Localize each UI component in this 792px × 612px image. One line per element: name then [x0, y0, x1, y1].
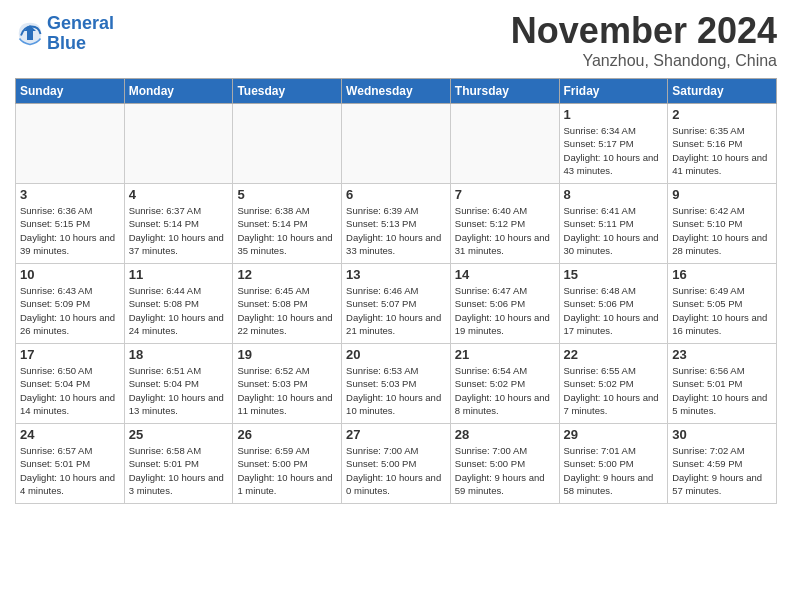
calendar-cell: 5Sunrise: 6:38 AM Sunset: 5:14 PM Daylig…: [233, 184, 342, 264]
day-info: Sunrise: 6:45 AM Sunset: 5:08 PM Dayligh…: [237, 284, 337, 337]
day-number: 14: [455, 267, 555, 282]
calendar-cell: [16, 104, 125, 184]
calendar-body: 1Sunrise: 6:34 AM Sunset: 5:17 PM Daylig…: [16, 104, 777, 504]
day-number: 29: [564, 427, 664, 442]
calendar-week-2: 10Sunrise: 6:43 AM Sunset: 5:09 PM Dayli…: [16, 264, 777, 344]
day-number: 7: [455, 187, 555, 202]
day-info: Sunrise: 6:35 AM Sunset: 5:16 PM Dayligh…: [672, 124, 772, 177]
day-number: 23: [672, 347, 772, 362]
day-number: 13: [346, 267, 446, 282]
calendar-cell: 3Sunrise: 6:36 AM Sunset: 5:15 PM Daylig…: [16, 184, 125, 264]
day-info: Sunrise: 6:50 AM Sunset: 5:04 PM Dayligh…: [20, 364, 120, 417]
day-info: Sunrise: 6:37 AM Sunset: 5:14 PM Dayligh…: [129, 204, 229, 257]
logo-text: General Blue: [47, 14, 114, 54]
day-info: Sunrise: 6:51 AM Sunset: 5:04 PM Dayligh…: [129, 364, 229, 417]
calendar-cell: 10Sunrise: 6:43 AM Sunset: 5:09 PM Dayli…: [16, 264, 125, 344]
calendar-cell: 22Sunrise: 6:55 AM Sunset: 5:02 PM Dayli…: [559, 344, 668, 424]
calendar-cell: 15Sunrise: 6:48 AM Sunset: 5:06 PM Dayli…: [559, 264, 668, 344]
calendar-cell: 8Sunrise: 6:41 AM Sunset: 5:11 PM Daylig…: [559, 184, 668, 264]
weekday-header-sunday: Sunday: [16, 79, 125, 104]
day-number: 24: [20, 427, 120, 442]
weekday-header-monday: Monday: [124, 79, 233, 104]
title-block: November 2024 Yanzhou, Shandong, China: [511, 10, 777, 70]
day-number: 21: [455, 347, 555, 362]
day-info: Sunrise: 7:00 AM Sunset: 5:00 PM Dayligh…: [455, 444, 555, 497]
day-info: Sunrise: 6:53 AM Sunset: 5:03 PM Dayligh…: [346, 364, 446, 417]
calendar-cell: 1Sunrise: 6:34 AM Sunset: 5:17 PM Daylig…: [559, 104, 668, 184]
calendar-cell: 29Sunrise: 7:01 AM Sunset: 5:00 PM Dayli…: [559, 424, 668, 504]
day-number: 11: [129, 267, 229, 282]
day-number: 2: [672, 107, 772, 122]
header: General Blue November 2024 Yanzhou, Shan…: [15, 10, 777, 70]
calendar-cell: 17Sunrise: 6:50 AM Sunset: 5:04 PM Dayli…: [16, 344, 125, 424]
day-number: 15: [564, 267, 664, 282]
calendar-cell: 11Sunrise: 6:44 AM Sunset: 5:08 PM Dayli…: [124, 264, 233, 344]
calendar-cell: 16Sunrise: 6:49 AM Sunset: 5:05 PM Dayli…: [668, 264, 777, 344]
calendar-cell: 19Sunrise: 6:52 AM Sunset: 5:03 PM Dayli…: [233, 344, 342, 424]
day-info: Sunrise: 6:56 AM Sunset: 5:01 PM Dayligh…: [672, 364, 772, 417]
day-number: 30: [672, 427, 772, 442]
day-number: 26: [237, 427, 337, 442]
calendar-week-0: 1Sunrise: 6:34 AM Sunset: 5:17 PM Daylig…: [16, 104, 777, 184]
day-info: Sunrise: 6:38 AM Sunset: 5:14 PM Dayligh…: [237, 204, 337, 257]
location-title: Yanzhou, Shandong, China: [511, 52, 777, 70]
calendar-cell: 7Sunrise: 6:40 AM Sunset: 5:12 PM Daylig…: [450, 184, 559, 264]
calendar-cell: 12Sunrise: 6:45 AM Sunset: 5:08 PM Dayli…: [233, 264, 342, 344]
day-info: Sunrise: 6:52 AM Sunset: 5:03 PM Dayligh…: [237, 364, 337, 417]
day-number: 28: [455, 427, 555, 442]
weekday-header-friday: Friday: [559, 79, 668, 104]
calendar-cell: 27Sunrise: 7:00 AM Sunset: 5:00 PM Dayli…: [342, 424, 451, 504]
calendar-cell: 21Sunrise: 6:54 AM Sunset: 5:02 PM Dayli…: [450, 344, 559, 424]
calendar-cell: 30Sunrise: 7:02 AM Sunset: 4:59 PM Dayli…: [668, 424, 777, 504]
calendar-cell: 6Sunrise: 6:39 AM Sunset: 5:13 PM Daylig…: [342, 184, 451, 264]
logo-icon: [15, 19, 45, 49]
calendar-week-4: 24Sunrise: 6:57 AM Sunset: 5:01 PM Dayli…: [16, 424, 777, 504]
day-info: Sunrise: 6:43 AM Sunset: 5:09 PM Dayligh…: [20, 284, 120, 337]
calendar-header: SundayMondayTuesdayWednesdayThursdayFrid…: [16, 79, 777, 104]
day-info: Sunrise: 6:36 AM Sunset: 5:15 PM Dayligh…: [20, 204, 120, 257]
day-info: Sunrise: 6:49 AM Sunset: 5:05 PM Dayligh…: [672, 284, 772, 337]
calendar-cell: 18Sunrise: 6:51 AM Sunset: 5:04 PM Dayli…: [124, 344, 233, 424]
weekday-header-tuesday: Tuesday: [233, 79, 342, 104]
day-info: Sunrise: 6:55 AM Sunset: 5:02 PM Dayligh…: [564, 364, 664, 417]
day-number: 22: [564, 347, 664, 362]
day-info: Sunrise: 6:44 AM Sunset: 5:08 PM Dayligh…: [129, 284, 229, 337]
day-info: Sunrise: 7:02 AM Sunset: 4:59 PM Dayligh…: [672, 444, 772, 497]
calendar-cell: 24Sunrise: 6:57 AM Sunset: 5:01 PM Dayli…: [16, 424, 125, 504]
day-number: 10: [20, 267, 120, 282]
calendar-cell: 4Sunrise: 6:37 AM Sunset: 5:14 PM Daylig…: [124, 184, 233, 264]
day-info: Sunrise: 6:41 AM Sunset: 5:11 PM Dayligh…: [564, 204, 664, 257]
calendar-cell: [233, 104, 342, 184]
calendar-cell: 13Sunrise: 6:46 AM Sunset: 5:07 PM Dayli…: [342, 264, 451, 344]
day-number: 4: [129, 187, 229, 202]
day-number: 5: [237, 187, 337, 202]
calendar-cell: [342, 104, 451, 184]
calendar-cell: 20Sunrise: 6:53 AM Sunset: 5:03 PM Dayli…: [342, 344, 451, 424]
calendar-cell: [450, 104, 559, 184]
calendar-week-3: 17Sunrise: 6:50 AM Sunset: 5:04 PM Dayli…: [16, 344, 777, 424]
logo: General Blue: [15, 14, 114, 54]
weekday-header-row: SundayMondayTuesdayWednesdayThursdayFrid…: [16, 79, 777, 104]
day-number: 17: [20, 347, 120, 362]
day-info: Sunrise: 6:59 AM Sunset: 5:00 PM Dayligh…: [237, 444, 337, 497]
day-info: Sunrise: 6:46 AM Sunset: 5:07 PM Dayligh…: [346, 284, 446, 337]
day-info: Sunrise: 6:54 AM Sunset: 5:02 PM Dayligh…: [455, 364, 555, 417]
weekday-header-wednesday: Wednesday: [342, 79, 451, 104]
day-number: 8: [564, 187, 664, 202]
calendar-cell: 26Sunrise: 6:59 AM Sunset: 5:00 PM Dayli…: [233, 424, 342, 504]
calendar-cell: 9Sunrise: 6:42 AM Sunset: 5:10 PM Daylig…: [668, 184, 777, 264]
calendar-cell: 23Sunrise: 6:56 AM Sunset: 5:01 PM Dayli…: [668, 344, 777, 424]
calendar-table: SundayMondayTuesdayWednesdayThursdayFrid…: [15, 78, 777, 504]
day-number: 16: [672, 267, 772, 282]
day-number: 9: [672, 187, 772, 202]
day-number: 6: [346, 187, 446, 202]
day-info: Sunrise: 6:48 AM Sunset: 5:06 PM Dayligh…: [564, 284, 664, 337]
logo-line2: Blue: [47, 33, 86, 53]
calendar-cell: 25Sunrise: 6:58 AM Sunset: 5:01 PM Dayli…: [124, 424, 233, 504]
calendar-cell: 14Sunrise: 6:47 AM Sunset: 5:06 PM Dayli…: [450, 264, 559, 344]
weekday-header-thursday: Thursday: [450, 79, 559, 104]
day-number: 3: [20, 187, 120, 202]
day-number: 12: [237, 267, 337, 282]
day-info: Sunrise: 6:40 AM Sunset: 5:12 PM Dayligh…: [455, 204, 555, 257]
day-info: Sunrise: 6:42 AM Sunset: 5:10 PM Dayligh…: [672, 204, 772, 257]
